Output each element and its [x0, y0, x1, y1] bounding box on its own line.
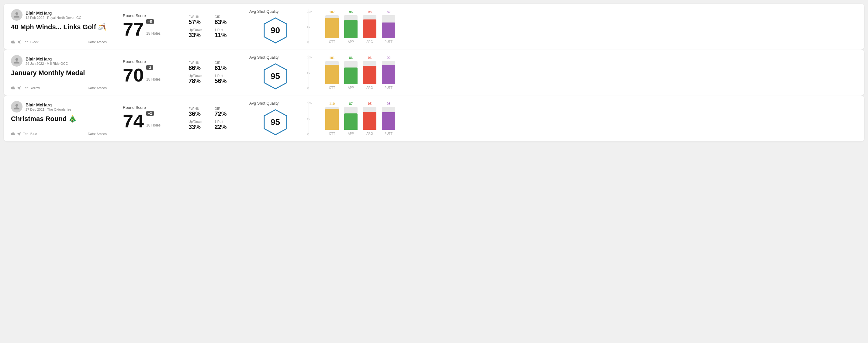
bar-group-arg: 98 ARG — [363, 10, 376, 43]
bar-background — [363, 15, 376, 38]
one-putt-label: 1 Putt — [215, 74, 235, 77]
bar-fill — [344, 20, 358, 38]
cloud-icon — [11, 86, 15, 90]
bar-value-label: 95 — [368, 102, 372, 105]
round-card-2: Blair McHarg 29 Jan 2022 · Mill Ride GCC… — [4, 50, 864, 95]
fw-hit-stat: FW Hit 86% — [188, 61, 209, 71]
bar-group-ott: 107 OTT — [325, 10, 339, 43]
bar-fill — [325, 65, 339, 84]
fw-hit-value: 36% — [188, 111, 209, 117]
middle-section: Round Score 70 -2 18 Holes — [114, 55, 181, 90]
round-title: Christmas Round 🎄 — [11, 115, 107, 123]
tee-row: Tee: Blue — [11, 132, 37, 136]
bar-chart: 101 OTT 86 APP 96 ARG — [325, 56, 852, 89]
bar-value-label: 93 — [387, 102, 391, 105]
fw-hit-value: 57% — [188, 19, 209, 26]
fw-hit-stat: FW Hit 36% — [188, 107, 209, 117]
bar-group-ott: 110 OTT — [325, 102, 339, 135]
bar-value-label: 96 — [368, 56, 372, 60]
bar-wrapper — [344, 107, 358, 130]
data-source: Data: Arccos — [88, 86, 107, 90]
wind-icon — [17, 40, 21, 44]
score-row: 77 +5 18 Holes — [123, 19, 173, 39]
bar-fill — [325, 109, 339, 130]
bar-fill — [363, 112, 376, 130]
bar-value-label: 95 — [349, 10, 353, 14]
bar-chart: 110 OTT 87 APP 95 ARG — [325, 102, 852, 135]
hexagon-container: 95 — [249, 108, 301, 136]
bar-background — [325, 61, 339, 84]
bar-value-label: 107 — [329, 10, 335, 14]
score-badge: +5 — [146, 19, 154, 24]
stats-section: FW Hit 57% GIR 83% Up/Down 33% 1 Putt 11… — [181, 9, 242, 44]
bar-fill — [382, 65, 395, 84]
user-icon — [13, 103, 20, 110]
stats-section: FW Hit 36% GIR 72% Up/Down 33% 1 Putt 22… — [181, 101, 242, 136]
fw-hit-label: FW Hit — [188, 61, 209, 64]
gir-label: GIR — [215, 107, 235, 111]
quality-score: 95 — [271, 117, 280, 127]
chart-section: 100500 101 OTT 86 APP 96 — [309, 55, 857, 90]
bar-fill — [363, 66, 376, 84]
gir-value: 61% — [215, 64, 235, 71]
round-score-label: Round Score — [123, 59, 173, 64]
bar-group-ott: 101 OTT — [325, 56, 339, 89]
quality-score: 90 — [271, 26, 280, 35]
bar-axis-label: APP — [348, 40, 354, 43]
fw-hit-value: 86% — [188, 64, 209, 71]
score-number: 77 — [123, 20, 144, 39]
round-score-label: Round Score — [123, 13, 173, 18]
gir-stat: GIR 61% — [215, 61, 235, 71]
score-row: 74 +2 18 Holes — [123, 111, 173, 130]
bar-fill — [344, 114, 358, 130]
quality-score: 95 — [271, 71, 280, 81]
bar-group-putt: 93 PUTT — [382, 102, 395, 135]
bar-wrapper — [363, 15, 376, 38]
user-info: Blair McHarg 29 Jan 2022 · Mill Ride GCC — [26, 57, 68, 65]
user-date: 12 Feb 2022 · Royal North Devon GC — [26, 16, 81, 20]
user-name: Blair McHarg — [26, 11, 81, 15]
round-score-label: Round Score — [123, 105, 173, 110]
bar-chart: 107 OTT 95 APP 98 ARG — [325, 10, 852, 43]
bar-group-arg: 96 ARG — [363, 56, 376, 89]
left-section: Blair McHarg 27 Dec 2021 · The Oxfordshi… — [11, 101, 114, 136]
bar-group-app: 87 APP — [344, 102, 358, 135]
fw-hit-label: FW Hit — [188, 107, 209, 111]
user-info: Blair McHarg 27 Dec 2021 · The Oxfordshi… — [26, 102, 71, 111]
quality-section: Avg Shot Quality 90 — [242, 9, 309, 44]
bar-chart-container: 100500 107 OTT 95 APP 98 — [316, 10, 852, 43]
footer-row: Tee: Blue Data: Arccos — [11, 132, 107, 136]
updown-value: 78% — [188, 77, 209, 85]
bar-wrapper — [344, 61, 358, 84]
tee-label: Tee: Yellow — [23, 86, 40, 90]
bar-axis-label: ARG — [366, 132, 373, 135]
bar-fill — [344, 67, 358, 84]
stats-grid: FW Hit 36% GIR 72% Up/Down 33% 1 Putt 22… — [188, 107, 235, 130]
one-putt-value: 22% — [215, 123, 235, 130]
stats-grid: FW Hit 57% GIR 83% Up/Down 33% 1 Putt 11… — [188, 15, 235, 39]
bar-wrapper — [382, 107, 395, 130]
avatar — [11, 101, 23, 113]
bar-axis-label: OTT — [329, 132, 335, 135]
round-title: 40 Mph Winds... Links Golf 🪃 — [11, 23, 107, 31]
bar-value-label: 110 — [329, 102, 335, 105]
bar-background — [325, 15, 339, 38]
bar-wrapper — [344, 15, 358, 38]
user-date: 29 Jan 2022 · Mill Ride GCC — [26, 62, 68, 65]
bar-background — [382, 15, 395, 38]
hexagon: 95 — [262, 108, 289, 136]
updown-stat: Up/Down 78% — [188, 74, 209, 85]
score-badge: +2 — [146, 111, 154, 116]
hexagon-container: 95 — [249, 63, 301, 90]
data-source: Data: Arccos — [88, 132, 107, 136]
wind-icon — [17, 86, 21, 90]
one-putt-stat: 1 Putt 22% — [215, 120, 235, 130]
score-badge: -2 — [146, 65, 153, 70]
chart-section: 100500 107 OTT 95 APP 98 — [309, 9, 857, 44]
bar-wrapper — [325, 15, 339, 38]
y-axis: 100500 — [307, 56, 312, 89]
user-date: 27 Dec 2021 · The Oxfordshire — [26, 107, 71, 111]
round-title: January Monthly Medal — [11, 69, 107, 77]
bar-axis-label: ARG — [366, 40, 373, 43]
bar-axis-label: OTT — [329, 86, 335, 89]
